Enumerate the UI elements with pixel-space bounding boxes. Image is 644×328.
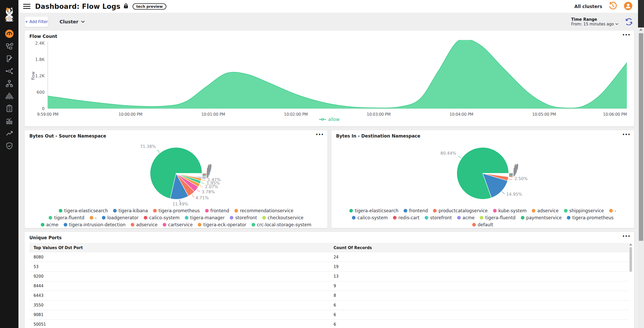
legend-item[interactable]: redis-cart — [393, 215, 419, 220]
legend-item[interactable]: kube-system — [493, 208, 527, 213]
sidebar-item-dashboards[interactable] — [0, 28, 18, 40]
legend-dot-icon — [49, 216, 52, 220]
legend-item[interactable]: tigera-prometheus — [153, 208, 200, 213]
table-column-header[interactable]: Top Values Of Dst Port — [29, 245, 330, 250]
sidebar-item-flows[interactable] — [0, 40, 18, 52]
sidebar-item-metrics[interactable] — [0, 115, 18, 127]
legend-label: redis-cart — [398, 215, 419, 220]
legend-item[interactable]: tigera-fluentd — [480, 215, 515, 220]
legend-item[interactable]: tigera-fluentd — [49, 215, 84, 220]
svg-text:2.4K: 2.4K — [35, 41, 45, 46]
table-scroll-thumb[interactable] — [629, 247, 632, 272]
add-filter-button[interactable]: + Add Filter — [25, 17, 48, 27]
legend-item[interactable]: tigera-prometheus — [567, 215, 614, 220]
page-scrollbar[interactable] — [638, 0, 644, 328]
legend-marker-icon — [319, 118, 326, 121]
legend-item[interactable]: calico-system — [144, 215, 180, 220]
sidebar-item-security[interactable] — [0, 140, 18, 152]
legend-label: loadgenerator — [107, 215, 139, 220]
user-avatar[interactable] — [623, 1, 633, 12]
legend-item[interactable]: acme — [457, 215, 475, 220]
hamburger-menu-icon[interactable] — [23, 3, 30, 10]
legend-item[interactable]: paymentservice — [521, 215, 562, 220]
panel-menu-icon[interactable]: ••• — [622, 33, 630, 37]
legend-item[interactable]: frontend — [205, 208, 229, 213]
legend-item[interactable]: recommendationservice — [234, 208, 293, 213]
legend-item[interactable]: frontend — [404, 208, 428, 213]
legend-label: productcatalogservice — [438, 208, 488, 213]
legend-dot-icon — [64, 223, 67, 227]
legend-dot-icon — [404, 209, 407, 213]
legend-dot-icon — [234, 209, 238, 213]
scrollbar-thumb[interactable] — [639, 33, 643, 241]
legend-item[interactable]: storefront — [230, 215, 257, 220]
flow-legend-allow[interactable]: allow — [29, 117, 629, 122]
pie-slice-default[interactable] — [483, 173, 509, 174]
legend-label: adservice — [537, 208, 558, 213]
legend-dot-icon — [532, 209, 535, 213]
panel-menu-icon[interactable]: ••• — [316, 132, 324, 137]
unique-ports-panel: Unique Ports ••• Top Values Of Dst PortC… — [25, 232, 634, 328]
legend-item[interactable]: acme — [41, 222, 58, 227]
legend-item[interactable]: adservice — [532, 208, 558, 213]
sidebar-item-trends[interactable] — [0, 127, 18, 140]
pie-label: 1.47% — [208, 177, 221, 182]
table-scrollbar[interactable] — [629, 243, 633, 328]
panel-menu-icon[interactable]: ••• — [622, 132, 630, 137]
table-row: 35506 — [29, 300, 629, 310]
legend-item[interactable]: crc-local-storage-system — [252, 222, 311, 227]
filter-toolbar: + Add Filter Cluster Time Range From: 15… — [18, 13, 638, 31]
legend-item[interactable]: tigera-elasticsearch — [59, 208, 108, 213]
legend-dot-icon — [252, 223, 255, 227]
legend-item[interactable]: tigera-manager — [185, 215, 225, 220]
sidebar-item-service-graph[interactable] — [0, 65, 18, 77]
legend-dot-icon — [153, 209, 157, 213]
legend-label: cartservice — [168, 222, 193, 227]
legend-item[interactable]: calico-system — [352, 215, 388, 220]
legend-item[interactable]: tigera-kibana — [113, 208, 148, 213]
table-column-header[interactable]: Count Of Records — [330, 245, 630, 250]
svg-text:flow: flow — [31, 72, 36, 80]
sidebar-item-clusters[interactable] — [0, 90, 18, 102]
flow-count-chart: 06001.2K1.8K2.4Kflow9:59:00 PM10:00:00 P… — [29, 40, 629, 118]
legend-item[interactable]: cartservice — [163, 222, 193, 227]
legend-label: tigera-eck-operator — [203, 222, 246, 227]
legend-item[interactable]: loadgenerator — [102, 215, 139, 220]
legend-item[interactable]: storefront — [425, 215, 452, 220]
sidebar-item-compliance[interactable] — [0, 102, 18, 115]
svg-text:9:59:00 PM: 9:59:00 PM — [37, 112, 58, 117]
legend-label: kube-system — [498, 208, 527, 213]
legend-item[interactable]: tigera-elasticsearch — [349, 208, 398, 213]
legend-item[interactable]: checkoutservice — [262, 215, 304, 220]
scrollbar-up-arrow[interactable] — [639, 29, 642, 31]
legend-item[interactable]: tigera-intrusion-detection — [64, 222, 126, 227]
history-icon[interactable] — [608, 2, 617, 11]
bytes-out-panel: Bytes Out - Source Namespace ••• 71.38%1… — [25, 130, 327, 228]
legend-item[interactable]: productcatalogservice — [433, 208, 488, 213]
cluster-dropdown[interactable]: Cluster — [60, 19, 85, 24]
panel-menu-icon[interactable]: ••• — [622, 234, 630, 239]
legend-item[interactable]: adservice — [131, 222, 157, 227]
legend-dot-icon — [393, 216, 397, 220]
table-cell: 9 — [330, 284, 630, 288]
legend-item[interactable]: - — [90, 215, 97, 220]
time-range-control[interactable]: Time Range From: 15 minutes ago — [571, 17, 618, 26]
sidebar-item-network[interactable] — [0, 77, 18, 90]
legend-label: tigera-elasticsearch — [64, 208, 108, 213]
dashboard-gauge-icon — [5, 29, 14, 38]
refresh-button[interactable] — [625, 17, 633, 26]
svg-text:1.2K: 1.2K — [35, 73, 45, 78]
legend-item[interactable]: default — [472, 222, 493, 227]
pie-label: 80.44% — [441, 151, 456, 156]
legend-item[interactable]: - — [609, 208, 616, 213]
table-scroll-up-arrow[interactable] — [629, 243, 632, 245]
table-header-row: Top Values Of Dst PortCount Of Records — [29, 243, 629, 252]
legend-label: storefront — [430, 215, 452, 220]
sidebar-item-policies[interactable] — [0, 52, 18, 65]
svg-text:0: 0 — [42, 106, 44, 111]
legend-item[interactable]: shippingservice — [564, 208, 604, 213]
calico-cat-logo[interactable] — [2, 2, 16, 26]
all-clusters-selector[interactable]: All clusters — [574, 4, 602, 9]
legend-dot-icon — [567, 216, 570, 220]
legend-item[interactable]: tigera-eck-operator — [198, 222, 246, 227]
